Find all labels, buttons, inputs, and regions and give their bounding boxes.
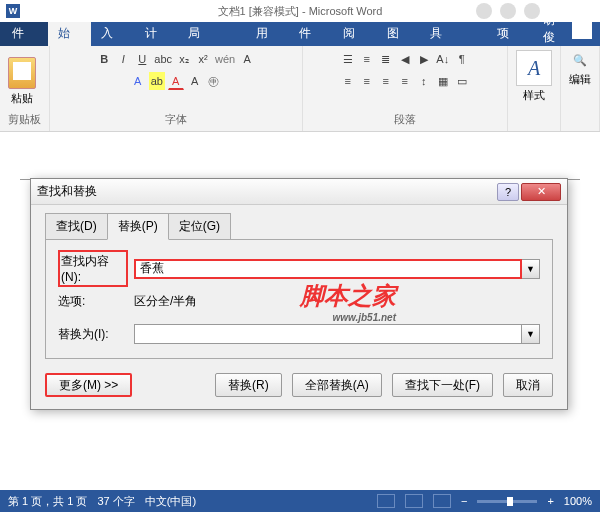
status-page[interactable]: 第 1 页，共 1 页 bbox=[8, 494, 87, 509]
phonetic-button[interactable]: wén bbox=[214, 50, 236, 68]
view-web-button[interactable] bbox=[433, 494, 451, 508]
replace-all-button[interactable]: 全部替换(A) bbox=[292, 373, 382, 397]
status-words[interactable]: 37 个字 bbox=[97, 494, 134, 509]
bold-button[interactable]: B bbox=[96, 50, 112, 68]
dialog-titlebar[interactable]: 查找和替换 ? ✕ bbox=[31, 179, 567, 205]
dialog-title-text: 查找和替换 bbox=[37, 183, 97, 200]
paste-icon bbox=[8, 57, 36, 89]
shading-button[interactable]: ▦ bbox=[435, 72, 451, 90]
group-editing: 🔍 编辑 bbox=[561, 46, 600, 131]
indent-dec-button[interactable]: ◀ bbox=[397, 50, 413, 68]
find-next-button[interactable]: 查找下一处(F) bbox=[392, 373, 493, 397]
ribbon: 粘贴 剪贴板 B I U abc x₂ x² wén A A ab A A ㊥ bbox=[0, 46, 600, 132]
word-icon: W bbox=[6, 4, 20, 18]
cancel-button[interactable]: 取消 bbox=[503, 373, 553, 397]
editing-label: 编辑 bbox=[569, 72, 591, 87]
zoom-out-button[interactable]: − bbox=[461, 495, 467, 507]
line-spacing-button[interactable]: ↕ bbox=[416, 72, 432, 90]
avatar bbox=[572, 19, 592, 39]
find-dropdown[interactable]: ▼ bbox=[522, 259, 540, 279]
dialog-tab-goto[interactable]: 定位(G) bbox=[168, 213, 231, 240]
find-input[interactable] bbox=[134, 259, 522, 279]
options-label: 选项: bbox=[58, 293, 128, 310]
effects-button[interactable]: A bbox=[130, 72, 146, 90]
numbering-button[interactable]: ≡ bbox=[359, 50, 375, 68]
view-print-button[interactable] bbox=[405, 494, 423, 508]
justify-button[interactable]: ≡ bbox=[397, 72, 413, 90]
dialog-tab-replace[interactable]: 替换(P) bbox=[107, 213, 169, 240]
char-border-button[interactable]: A bbox=[239, 50, 255, 68]
indent-inc-button[interactable]: ▶ bbox=[416, 50, 432, 68]
paragraph-label: 段落 bbox=[311, 112, 499, 129]
underline-button[interactable]: U bbox=[134, 50, 150, 68]
group-font: B I U abc x₂ x² wén A A ab A A ㊥ 字体 bbox=[50, 46, 303, 131]
font-color-button[interactable]: A bbox=[168, 72, 184, 90]
ribbon-tabs: 文件 开始 插入 设计 页面布局 引用 邮件 审阅 视图 开发工具 加载项 胡俊 bbox=[0, 22, 600, 46]
char-shading-button[interactable]: A bbox=[187, 72, 203, 90]
find-icon[interactable]: 🔍 bbox=[570, 50, 590, 70]
styles-label: 样式 bbox=[523, 88, 545, 103]
find-label: 查找内容(N): bbox=[58, 250, 128, 287]
statusbar: 第 1 页，共 1 页 37 个字 中文(中国) − + 100% bbox=[0, 490, 600, 512]
view-read-button[interactable] bbox=[377, 494, 395, 508]
show-marks-button[interactable]: ¶ bbox=[454, 50, 470, 68]
dialog-close-button[interactable]: ✕ bbox=[521, 183, 561, 201]
zoom-level[interactable]: 100% bbox=[564, 495, 592, 507]
group-paragraph: ☰ ≡ ≣ ◀ ▶ A↓ ¶ ≡ ≡ ≡ ≡ ↕ ▦ ▭ 段落 bbox=[303, 46, 508, 131]
sort-button[interactable]: A↓ bbox=[435, 50, 451, 68]
dialog-tab-find[interactable]: 查找(D) bbox=[45, 213, 108, 240]
align-left-button[interactable]: ≡ bbox=[340, 72, 356, 90]
align-right-button[interactable]: ≡ bbox=[378, 72, 394, 90]
titlebar-decoration bbox=[476, 3, 540, 19]
replace-input[interactable] bbox=[134, 324, 522, 344]
styles-icon[interactable]: A bbox=[516, 50, 552, 86]
paste-label: 粘贴 bbox=[11, 91, 33, 106]
dialog-help-button[interactable]: ? bbox=[497, 183, 519, 201]
enclose-button[interactable]: ㊥ bbox=[206, 72, 222, 90]
find-replace-dialog: 查找和替换 ? ✕ 查找(D) 替换(P) 定位(G) 查找内容(N): ▼ 选… bbox=[30, 178, 568, 410]
titlebar: W 文档1 [兼容模式] - Microsoft Word bbox=[0, 0, 600, 22]
zoom-slider[interactable] bbox=[477, 500, 537, 503]
status-lang[interactable]: 中文(中国) bbox=[145, 494, 196, 509]
replace-dropdown[interactable]: ▼ bbox=[522, 324, 540, 344]
group-clipboard: 粘贴 剪贴板 bbox=[0, 46, 50, 131]
subscript-button[interactable]: x₂ bbox=[176, 50, 192, 68]
replace-label: 替换为(I): bbox=[58, 326, 128, 343]
zoom-in-button[interactable]: + bbox=[547, 495, 553, 507]
document-title: 文档1 [兼容模式] - Microsoft Word bbox=[218, 4, 383, 19]
align-center-button[interactable]: ≡ bbox=[359, 72, 375, 90]
borders-button[interactable]: ▭ bbox=[454, 72, 470, 90]
clipboard-label: 剪贴板 bbox=[8, 112, 41, 129]
replace-button[interactable]: 替换(R) bbox=[215, 373, 282, 397]
more-button[interactable]: 更多(M) >> bbox=[45, 373, 132, 397]
document-area[interactable] bbox=[20, 140, 580, 180]
strikethrough-button[interactable]: abc bbox=[153, 50, 173, 68]
superscript-button[interactable]: x² bbox=[195, 50, 211, 68]
bullets-button[interactable]: ☰ bbox=[340, 50, 356, 68]
multilevel-button[interactable]: ≣ bbox=[378, 50, 394, 68]
paste-button[interactable]: 粘贴 bbox=[8, 57, 36, 106]
group-styles: A 样式 bbox=[508, 46, 561, 131]
options-value: 区分全/半角 bbox=[134, 293, 197, 310]
font-label: 字体 bbox=[58, 112, 294, 129]
highlight-button[interactable]: ab bbox=[149, 72, 165, 90]
italic-button[interactable]: I bbox=[115, 50, 131, 68]
